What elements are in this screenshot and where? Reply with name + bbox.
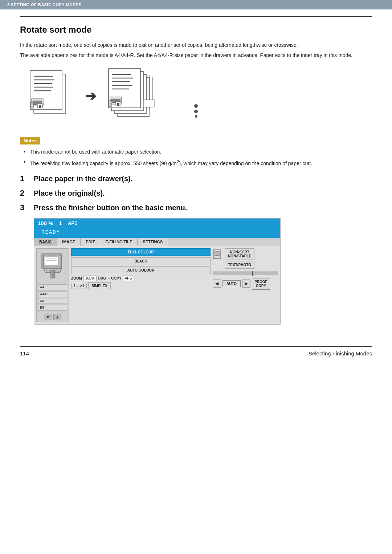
mockup-body: A4 A4-R A3 B5 ▼ ▲ FULL COLOUR BLACK AUTO… [34, 246, 280, 324]
dot-3 [195, 115, 197, 118]
scroll-up-btn[interactable]: ▲ [53, 314, 62, 320]
zoom-row: ZOOM 100% ORG →COPY APS [71, 276, 211, 281]
step-3-text: Press the finisher button on the basic m… [34, 204, 187, 212]
paper-size-a3: A3 [38, 298, 67, 304]
page-title: Rotate sort mode [20, 25, 372, 35]
diagram-area: ➔ [27, 67, 372, 125]
tray-diagram [40, 250, 65, 283]
header-bar: 3 SETTING OF BASIC COPY MODES [0, 0, 392, 9]
mockup-center-panel: FULL COLOUR BLACK AUTO COLOUR ZOOM 100% … [71, 248, 211, 322]
footer-page-number: 114 [20, 350, 29, 357]
mockup-tabs: BASIC IMAGE EDIT E-FILING/FILE SETTINGS [34, 238, 280, 246]
ui-mockup: 100 % 1 APS READY BASIC IMAGE EDIT E-FIL… [34, 218, 281, 324]
btn-black[interactable]: BLACK [71, 257, 211, 265]
mockup-percent: 100 % [38, 220, 53, 226]
dot-2 [194, 110, 198, 113]
footer-title: Selecting Finishing Modes [309, 350, 372, 357]
tab-edit[interactable]: EDIT [81, 238, 100, 246]
svg-rect-29 [143, 100, 154, 107]
copy-arrow: →COPY [107, 276, 121, 280]
nav-right-btn[interactable]: ▶ [242, 280, 250, 288]
simplex-icon: 1→↗1 [71, 283, 87, 289]
svg-rect-11 [39, 105, 41, 108]
description-1: In the rotate sort mode, one set of copi… [20, 41, 372, 49]
step-2: 2 Place the original(s). [20, 189, 372, 198]
main-content: Rotate sort mode In the rotate sort mode… [0, 17, 392, 335]
paper-size-a4: A4 [38, 284, 67, 290]
note-item-1: This mode cannot be used with automatic … [24, 148, 372, 156]
step-1-number: 1 [20, 174, 34, 183]
footer-bar: 114 Selecting Finishing Modes [0, 347, 392, 360]
paper-size-a4r: A4-R [38, 291, 67, 297]
zoom-label: ZOOM [71, 276, 82, 280]
scroll-down-btn[interactable]: ▼ [44, 314, 52, 320]
non-sort-label: NON-SORT [230, 250, 249, 254]
paper-size-b5: B5 [38, 305, 67, 311]
notes-label: Notes [20, 137, 40, 144]
svg-rect-9 [30, 102, 33, 108]
notes-list: This mode cannot be used with automatic … [20, 148, 372, 167]
copy-label: COPY [256, 284, 266, 288]
simplex-row: 1→↗1 SIMPLEX [71, 282, 211, 289]
org-value: APS [123, 276, 134, 281]
dots-area [194, 104, 198, 118]
mockup-aps: APS [68, 220, 78, 226]
step-1-text: Place paper in the drawer(s). [34, 175, 132, 183]
step-2-text: Place the original(s). [34, 189, 105, 197]
step-2-number: 2 [20, 188, 34, 198]
source-diagram [27, 69, 74, 123]
btn-proof-copy[interactable]: PROOF COPY [252, 278, 270, 290]
btn-text-photo[interactable]: TEXT/PHOTO [225, 261, 254, 269]
svg-rect-25 [117, 103, 119, 106]
svg-rect-23 [109, 101, 112, 106]
header-text: 3 SETTING OF BASIC COPY MODES [7, 3, 81, 7]
dot-1 [194, 104, 198, 108]
svg-rect-38 [215, 251, 219, 256]
btn-simplex[interactable]: SIMPLEX [88, 282, 111, 289]
step-3-number: 3 [20, 203, 34, 212]
description-2: The available paper sizes for this mode … [20, 52, 372, 60]
output-diagram [107, 67, 180, 125]
tab-settings[interactable]: SETTINGS [138, 238, 168, 246]
step-3: 3 Press the finisher button on the basic… [20, 204, 372, 212]
arrow-right: ➔ [85, 89, 96, 104]
tab-efiling[interactable]: E-FILING/FILE [100, 238, 138, 246]
nav-left-btn[interactable]: ◀ [213, 280, 221, 288]
svg-rect-33 [45, 257, 58, 265]
mockup-top-bar: 100 % 1 APS [34, 219, 280, 228]
note-item-2: The receiving tray loading capacity is a… [24, 158, 372, 167]
tab-basic[interactable]: BASIC [34, 238, 57, 246]
zoom-value: 100% [83, 276, 97, 281]
non-staple-label: NON-STAPLE [228, 254, 251, 258]
btn-full-colour[interactable]: FULL COLOUR [71, 248, 211, 256]
mockup-right-panel: NON-SORT NON-STAPLE TEXT/PHOTO ◀ AUTO [213, 248, 278, 322]
mockup-left-panel: A4 A4-R A3 B5 ▼ ▲ [36, 248, 69, 322]
mockup-copies: 1 [59, 220, 62, 226]
svg-rect-36 [51, 270, 54, 278]
finisher-icon [213, 248, 224, 259]
note-item-2-text: The receiving tray loading capacity is a… [30, 160, 312, 166]
org-label: ORG [98, 276, 106, 280]
btn-auto-colour[interactable]: AUTO COLOUR [71, 266, 211, 274]
btn-non-sort[interactable]: NON-SORT NON-STAPLE [225, 248, 254, 260]
mockup-ready: READY [38, 228, 277, 236]
auto-btn[interactable]: AUTO [222, 280, 241, 287]
tab-image[interactable]: IMAGE [57, 238, 81, 246]
step-1: 1 Place paper in the drawer(s). [20, 175, 372, 183]
